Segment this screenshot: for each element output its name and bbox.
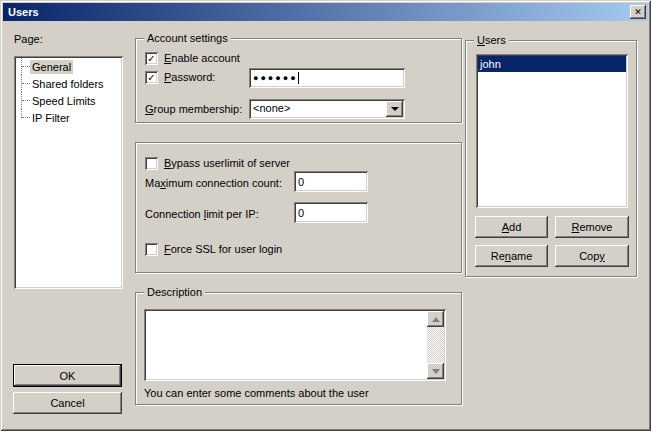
- description-title: Description: [144, 286, 205, 298]
- title-bar: Users: [3, 3, 648, 21]
- description-group: Description You can enter some comments …: [135, 292, 462, 405]
- tree-item-label: Speed Limits: [30, 94, 98, 108]
- text-caret: [298, 72, 299, 84]
- users-group-title: Users: [474, 34, 509, 46]
- password-checkbox[interactable]: ✓: [145, 71, 158, 84]
- max-connection-value: 0: [298, 176, 304, 188]
- group-membership-label: Group membership:: [145, 103, 242, 115]
- page-tree-item-general[interactable]: General: [16, 58, 121, 75]
- force-ssl-label[interactable]: Force SSL for user login: [164, 243, 282, 255]
- dropdown-button[interactable]: [386, 101, 403, 117]
- bypass-userlimit-label[interactable]: Bypass userlimit of server: [164, 157, 290, 169]
- user-list-item[interactable]: john: [478, 56, 626, 72]
- arrow-up-icon: [432, 317, 440, 322]
- tree-connector: [21, 75, 30, 92]
- per-ip-limit-value: 0: [298, 207, 304, 219]
- account-settings-group: Account settings ✓ Enable account ✓ Pass…: [135, 38, 462, 123]
- page-tree-item-ip-filter[interactable]: IP Filter: [16, 109, 121, 126]
- users-dialog: Users ✕ Page: General Shared folders Spe…: [0, 0, 651, 431]
- page-tree: General Shared folders Speed Limits IP F…: [14, 56, 123, 289]
- group-membership-select[interactable]: <none>: [249, 99, 405, 119]
- password-value: ●●●●●●: [253, 73, 298, 83]
- password-label[interactable]: Password:: [164, 71, 215, 83]
- users-list: john: [476, 54, 628, 208]
- per-ip-limit-input[interactable]: 0: [294, 202, 368, 223]
- per-ip-limit-label: Connection limit per IP:: [145, 208, 259, 220]
- close-button[interactable]: ✕: [630, 5, 646, 19]
- force-ssl-checkbox[interactable]: [145, 243, 158, 256]
- bypass-userlimit-checkbox[interactable]: [145, 157, 158, 170]
- copy-button[interactable]: Copy: [555, 245, 629, 267]
- max-connection-label: Maximum connection count:: [145, 177, 282, 189]
- rename-button[interactable]: Rename: [475, 245, 548, 267]
- enable-account-checkbox[interactable]: ✓: [145, 52, 158, 65]
- description-scrollbar[interactable]: [427, 311, 444, 379]
- remove-button[interactable]: Remove: [555, 216, 629, 238]
- tree-item-label: Shared folders: [30, 77, 106, 91]
- ok-button[interactable]: OK: [13, 364, 122, 387]
- tree-item-label: General: [30, 60, 73, 74]
- users-group: Users john Add Remove Rename Copy: [465, 40, 637, 277]
- scroll-up-button[interactable]: [427, 311, 444, 327]
- add-button[interactable]: Add: [475, 216, 548, 238]
- account-settings-title: Account settings: [144, 32, 231, 44]
- tree-connector: [21, 109, 30, 118]
- max-connection-input[interactable]: 0: [294, 171, 368, 192]
- password-input[interactable]: ●●●●●●: [249, 68, 405, 88]
- connection-limits-group: Bypass userlimit of server Maximum conne…: [135, 142, 462, 273]
- tree-item-label: IP Filter: [30, 111, 72, 125]
- page-label: Page:: [14, 33, 43, 45]
- tree-connector: [21, 92, 30, 109]
- tree-connector: [21, 58, 30, 75]
- page-tree-item-shared-folders[interactable]: Shared folders: [16, 75, 121, 92]
- chevron-down-icon: [391, 107, 399, 111]
- close-icon: ✕: [634, 8, 642, 17]
- page-tree-item-speed-limits[interactable]: Speed Limits: [16, 92, 121, 109]
- description-textarea[interactable]: [144, 309, 446, 381]
- description-hint: You can enter some comments about the us…: [144, 387, 369, 399]
- cancel-button[interactable]: Cancel: [13, 392, 122, 414]
- scroll-down-button[interactable]: [427, 363, 444, 379]
- window-title: Users: [8, 6, 39, 18]
- arrow-down-icon: [432, 369, 440, 374]
- group-membership-value: <none>: [253, 102, 290, 114]
- enable-account-label[interactable]: Enable account: [164, 52, 240, 64]
